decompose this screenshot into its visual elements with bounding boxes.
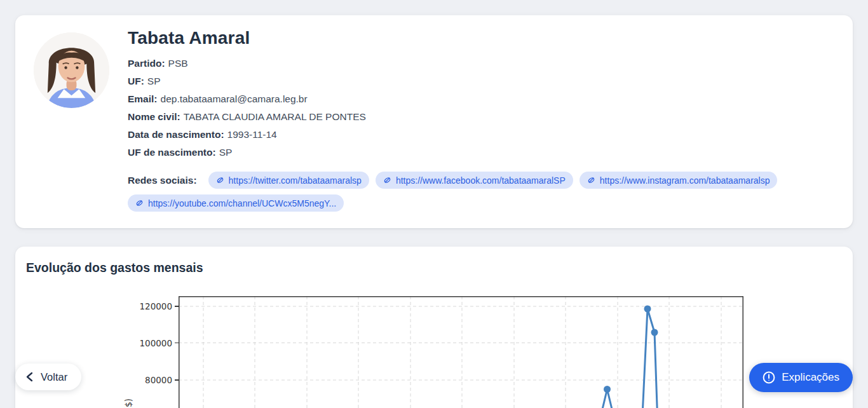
field-value: SP (147, 76, 161, 86)
social-links-row: Redes sociais: https://twitter.com/tabat… (128, 172, 830, 212)
alert-circle-icon (763, 371, 775, 384)
social-link-chip[interactable]: https://www.facebook.com/tabataamaralSP (376, 172, 573, 189)
field-value: TABATA CLAUDIA AMARAL DE PONTES (184, 111, 366, 122)
social-link-chip[interactable]: https://youtube.com/channel/UCWcx5M5negY… (128, 194, 344, 212)
profile-field: Email:dep.tabataamaral@camara.leg.br (128, 90, 839, 108)
field-label: Partido: (128, 58, 165, 69)
tag-icon (587, 176, 595, 184)
explanations-button[interactable]: Explicações (749, 363, 853, 392)
field-label: Data de nascimento: (128, 129, 224, 140)
field-label: Nome civil: (128, 111, 180, 122)
field-label: Email: (128, 93, 158, 104)
field-value: SP (219, 147, 233, 158)
field-value: dep.tabataamaral@camara.leg.br (161, 93, 308, 104)
y-tick-label: 100000 (96, 337, 172, 350)
y-axis-labels: 12000010000080000 (15, 296, 179, 408)
profile-field: Nome civil:TABATA CLAUDIA AMARAL DE PONT… (128, 108, 839, 126)
field-label: UF: (128, 76, 144, 86)
profile-field: UF de nascimento:SP (128, 144, 839, 161)
profile-card: Tabata Amaral Partido:PSB UF:SP Email:de… (15, 15, 853, 228)
profile-fields: Partido:PSB UF:SP Email:dep.tabataamaral… (128, 55, 839, 161)
spending-chart: 12000010000080000 ($) (15, 296, 759, 408)
social-link-url: https://twitter.com/tabataamaralsp (229, 175, 362, 186)
back-button[interactable]: Voltar (15, 364, 81, 390)
tag-icon (383, 176, 391, 184)
chart-title: Evolução dos gastos mensais (26, 261, 203, 275)
chart-card: Evolução dos gastos mensais 120000100000… (15, 247, 853, 408)
social-link-url: https://www.facebook.com/tabataamaralSP (396, 175, 566, 186)
social-link-chip[interactable]: https://twitter.com/tabataamaralsp (208, 172, 369, 189)
field-value: PSB (168, 58, 188, 69)
profile-field: UF:SP (128, 72, 839, 90)
field-value: 1993-11-14 (227, 129, 277, 140)
tag-icon (216, 176, 224, 184)
page-title: Tabata Amaral (128, 28, 839, 48)
y-tick-label: 80000 (96, 374, 172, 386)
profile-field: Data de nascimento:1993-11-14 (128, 126, 839, 144)
social-link-url: https://www.instagram.com/tabataamaralsp (600, 175, 770, 186)
y-axis-unit-label: ($) (123, 398, 133, 408)
profile-info: Tabata Amaral Partido:PSB UF:SP Email:de… (128, 15, 839, 212)
y-tick-label: 120000 (96, 300, 172, 313)
tag-icon (135, 199, 144, 207)
person-portrait-icon (34, 32, 109, 108)
social-link-chip[interactable]: https://www.instagram.com/tabataamaralsp (580, 172, 778, 189)
spending-chart-svg (179, 296, 743, 408)
avatar (34, 32, 109, 108)
explanations-button-label: Explicações (782, 371, 839, 384)
profile-field: Partido:PSB (128, 55, 839, 72)
social-links-label: Redes sociais: (128, 175, 197, 186)
field-label: UF de nascimento: (128, 147, 216, 158)
social-link-url: https://youtube.com/channel/UCWcx5M5negY… (148, 198, 336, 208)
chevron-left-icon (25, 372, 34, 382)
back-button-label: Voltar (41, 371, 67, 383)
